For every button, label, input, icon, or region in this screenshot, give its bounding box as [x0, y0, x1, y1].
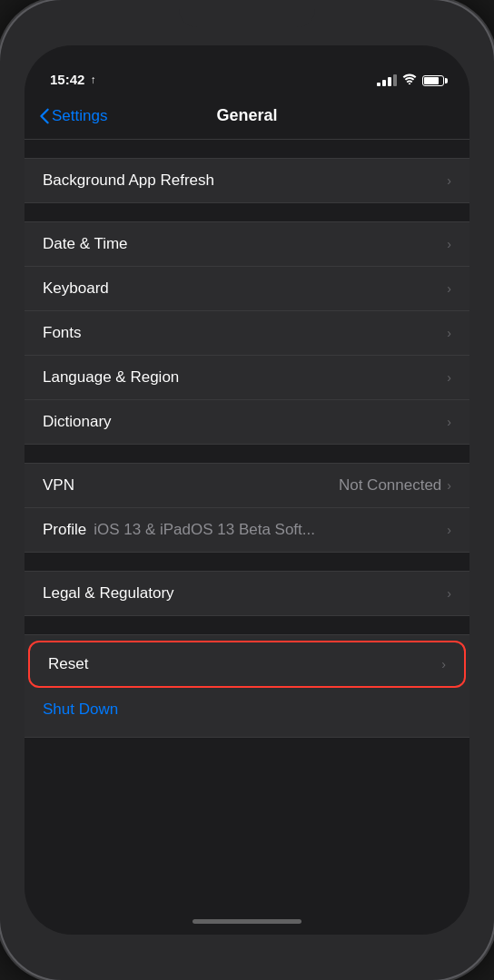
chevron-right-icon: › — [441, 657, 446, 671]
status-time: 15:42 ↑ — [50, 72, 95, 87]
cell-label-date-time: Date & Time — [43, 235, 128, 253]
list-item[interactable]: Dictionary › — [25, 400, 469, 445]
cell-label-background-app-refresh: Background App Refresh — [43, 172, 214, 190]
cell-right: › — [447, 415, 451, 429]
chevron-right-icon: › — [447, 281, 451, 296]
cell-right: › — [447, 173, 451, 188]
cell-label-fonts: Fonts — [43, 324, 82, 342]
back-label: Settings — [52, 107, 107, 125]
cell-right: › — [447, 326, 451, 340]
cell-right: Not Connected › — [339, 476, 451, 495]
phone-frame: 15:42 ↑ — [0, 0, 494, 980]
phone-screen: 15:42 ↑ — [25, 45, 469, 935]
signal-icon — [377, 74, 397, 86]
cell-label-profile: Profile — [43, 521, 86, 539]
time-display: 15:42 — [50, 72, 84, 87]
list-item[interactable]: Language & Region › — [25, 356, 469, 400]
notch — [179, 0, 315, 27]
shutdown-label: Shut Down — [43, 701, 118, 719]
chevron-right-icon: › — [447, 415, 451, 429]
battery-icon — [422, 75, 444, 86]
list-item[interactable]: Background App Refresh › — [25, 158, 469, 203]
back-button[interactable]: Settings — [39, 107, 107, 125]
shutdown-button[interactable]: Shut Down — [25, 688, 469, 731]
chevron-right-icon: › — [447, 370, 451, 385]
list-item[interactable]: Profile iOS 13 & iPadOS 13 Beta Soft... … — [25, 508, 469, 553]
chevron-right-icon: › — [447, 586, 451, 601]
vpn-status: Not Connected — [339, 476, 441, 495]
list-item[interactable]: Date & Time › — [25, 221, 469, 267]
list-item[interactable]: Keyboard › — [25, 267, 469, 311]
nav-bar: Settings General — [25, 93, 469, 140]
cell-label-dictionary: Dictionary — [43, 413, 112, 431]
section-locale: Date & Time › Keyboard › Fonts › — [25, 221, 469, 445]
list-item[interactable]: Legal & Regulatory › — [25, 571, 469, 616]
chevron-right-icon: › — [447, 173, 451, 188]
reset-label: Reset — [48, 655, 88, 673]
chevron-right-icon: › — [447, 326, 451, 340]
cell-label-vpn: VPN — [43, 476, 74, 495]
list-item[interactable]: Fonts › — [25, 311, 469, 356]
cell-label-legal: Legal & Regulatory — [43, 584, 174, 603]
chevron-right-icon: › — [447, 523, 451, 537]
page-title: General — [216, 106, 277, 125]
list-item[interactable]: VPN Not Connected › — [25, 463, 469, 508]
cell-right: › — [447, 237, 451, 251]
reset-button[interactable]: Reset › — [28, 641, 466, 688]
settings-content: Background App Refresh › Date & Time › K… — [25, 140, 469, 907]
cell-right: › — [447, 523, 451, 537]
cell-label-language-region: Language & Region — [43, 368, 179, 387]
cell-label-keyboard: Keyboard — [43, 279, 109, 298]
section-background: Background App Refresh › — [25, 158, 469, 203]
wifi-icon — [402, 74, 417, 87]
status-bar: 15:42 ↑ — [25, 45, 469, 93]
chevron-right-icon: › — [447, 237, 451, 251]
cell-right: › — [447, 281, 451, 296]
profile-value: iOS 13 & iPadOS 13 Beta Soft... — [94, 521, 315, 539]
location-arrow-icon: ↑ — [90, 74, 95, 86]
cell-right: › — [447, 370, 451, 385]
profile-cell-content: Profile iOS 13 & iPadOS 13 Beta Soft... — [43, 521, 447, 539]
reset-section: Reset › Shut Down — [25, 634, 469, 738]
cell-right: › — [447, 586, 451, 601]
chevron-right-icon: › — [447, 478, 451, 493]
home-bar — [193, 919, 301, 924]
svg-point-0 — [409, 83, 410, 84]
section-vpn: VPN Not Connected › Profile iOS 13 & iPa… — [25, 463, 469, 553]
status-icons — [377, 74, 444, 87]
home-indicator — [25, 907, 469, 935]
section-legal: Legal & Regulatory › — [25, 571, 469, 616]
